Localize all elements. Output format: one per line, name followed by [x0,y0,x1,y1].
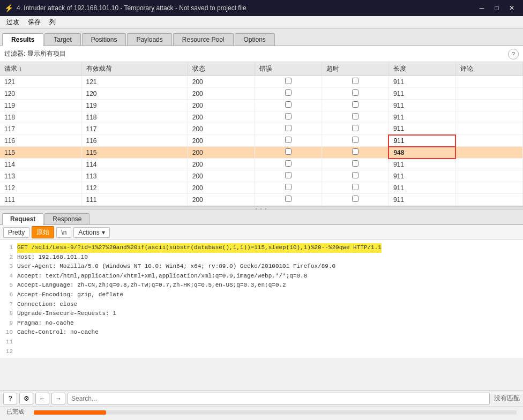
actions-chevron-icon: ▾ [102,229,105,236]
btn-newline[interactable]: \n [56,227,71,238]
table-row[interactable]: 121121200911 [0,76,523,88]
editor-toolbar: Pretty 原始 \n Actions ▾ [0,225,523,240]
line-content: Connection: close [17,300,77,310]
code-line: 11 [4,338,519,347]
code-line: 2Host: 192.168.101.10 [4,253,519,262]
line-content: Accept-Language: zh-CN,zh;q=0.8,zh-TW;q=… [17,281,286,290]
tab-options[interactable]: Options [235,33,275,46]
tab-positions[interactable]: Positions [82,33,126,46]
table-row[interactable]: 111111200911 [0,194,523,206]
line-content: GET /sqli/Less-9/?id=1%27%20and%20if(asc… [17,243,382,253]
code-line: 6Accept-Encoding: gzip, deflate [4,290,519,300]
menu-save[interactable]: 保存 [24,17,45,28]
filter-bar: 过滤器: 显示所有项目 ? [0,46,523,62]
line-content: Accept: text/html,application/xhtml+xml,… [17,272,307,281]
title-bar: ⚡ 4. Intruder attack of 192.168.101.10 -… [0,0,523,16]
table-row[interactable]: 115115200948 [0,147,523,159]
code-line: 3User-Agent: Mozilla/5.0 (Windows NT 10.… [4,262,519,272]
actions-button[interactable]: Actions ▾ [73,227,109,238]
results-table-container: 请求 ↓ 有效载荷 状态 错误 超时 长度 评论 121121200911120… [0,62,523,207]
menu-columns[interactable]: 列 [45,17,60,28]
close-button[interactable]: ✕ [505,2,519,14]
line-number: 3 [4,262,13,272]
col-header-comment[interactable]: 评论 [455,62,522,76]
table-row[interactable]: 113113200911 [0,170,523,182]
line-number: 2 [4,253,13,262]
filter-label: 过滤器: 显示所有项目 [4,49,66,58]
line-content: Upgrade-Insecure-Requests: 1 [17,309,116,319]
search-input[interactable] [68,393,490,404]
code-line: 12 [4,347,519,357]
req-res-tab-bar: Request Response [0,210,523,225]
col-header-request[interactable]: 请求 ↓ [0,62,81,76]
line-number: 6 [4,290,13,300]
code-line: 9Pragma: no-cache [4,319,519,328]
col-header-payload[interactable]: 有效载荷 [81,62,188,76]
table-row[interactable]: 112112200911 [0,182,523,194]
btn-raw[interactable]: 原始 [32,226,54,238]
tab-results[interactable]: Results [2,33,43,46]
maximize-button[interactable]: □ [490,2,504,14]
table-row[interactable]: 119119200911 [0,100,523,111]
col-header-length[interactable]: 长度 [388,62,455,76]
tab-target[interactable]: Target [44,33,80,46]
bottom-bar: ? ⚙ ← → 没有匹配 已完成 [0,390,523,420]
line-number: 8 [4,309,13,319]
line-content: Accept-Encoding: gzip, deflate [17,290,123,300]
line-number: 11 [4,338,13,347]
table-row[interactable]: 117117200911 [0,123,523,135]
table-row[interactable]: 114114200911 [0,159,523,170]
menu-bar: 过攻 保存 列 [0,16,523,29]
resize-dots: • • • [256,206,268,211]
results-table: 请求 ↓ 有效载荷 状态 错误 超时 长度 评论 121121200911120… [0,62,523,207]
back-button[interactable]: ← [35,393,49,404]
line-number: 10 [4,328,13,338]
no-match-label: 没有匹配 [494,394,520,403]
table-row[interactable]: 118118200911 [0,111,523,123]
bottom-toolbar: ? ⚙ ← → 没有匹配 [0,391,523,407]
minimize-button[interactable]: ─ [475,2,489,14]
line-content: Pragma: no-cache [17,319,74,328]
table-body: 1211212009111201202009111191192009111181… [0,76,523,207]
table-header-row: 请求 ↓ 有效载荷 状态 错误 超时 长度 评论 [0,62,523,76]
line-content: Host: 192.168.101.10 [17,253,88,262]
app-icon: ⚡ [4,4,13,12]
line-number: 7 [4,300,13,310]
window-title: 4. Intruder attack of 192.168.101.10 - T… [17,4,246,12]
progress-bar-fill [34,410,106,415]
line-number: 5 [4,281,13,290]
col-header-status[interactable]: 状态 [188,62,255,76]
line-number: 4 [4,272,13,281]
col-header-timeout[interactable]: 超时 [322,62,388,76]
filter-help-button[interactable]: ? [508,49,519,59]
tab-payloads[interactable]: Payloads [127,33,171,46]
table-row[interactable]: 120120200911 [0,88,523,100]
line-number: 9 [4,319,13,328]
btn-pretty[interactable]: Pretty [3,227,29,238]
code-line: 10Cache-Control: no-cache [4,328,519,338]
help-button[interactable]: ? [3,393,17,404]
code-line: 8Upgrade-Insecure-Requests: 1 [4,309,519,319]
tab-request[interactable]: Request [2,213,43,225]
table-row[interactable]: 116116200911 [0,135,523,147]
settings-button[interactable]: ⚙ [19,393,33,404]
line-number: 1 [4,243,13,253]
col-header-error[interactable]: 错误 [255,62,322,76]
actions-label: Actions [78,229,99,236]
progress-bar [34,410,517,415]
line-content: User-Agent: Mozilla/5.0 (Windows NT 10.0… [17,262,335,272]
code-line: 7Connection: close [4,300,519,310]
menu-attack[interactable]: 过攻 [2,17,24,28]
code-editor[interactable]: 1GET /sqli/Less-9/?id=1%27%20and%20if(as… [0,240,523,358]
tab-resource-pool[interactable]: Resource Pool [173,33,234,46]
line-number: 12 [4,347,13,357]
code-line: 4Accept: text/html,application/xhtml+xml… [4,272,519,281]
code-line: 5Accept-Language: zh-CN,zh;q=0.8,zh-TW;q… [4,281,519,290]
code-line: 1GET /sqli/Less-9/?id=1%27%20and%20if(as… [4,243,519,253]
main-tab-bar: Results Target Positions Payloads Resour… [0,29,523,46]
line-content: Cache-Control: no-cache [17,328,99,338]
forward-button[interactable]: → [51,393,65,404]
tab-response[interactable]: Response [44,213,89,224]
status-text: 已完成 [3,408,27,417]
